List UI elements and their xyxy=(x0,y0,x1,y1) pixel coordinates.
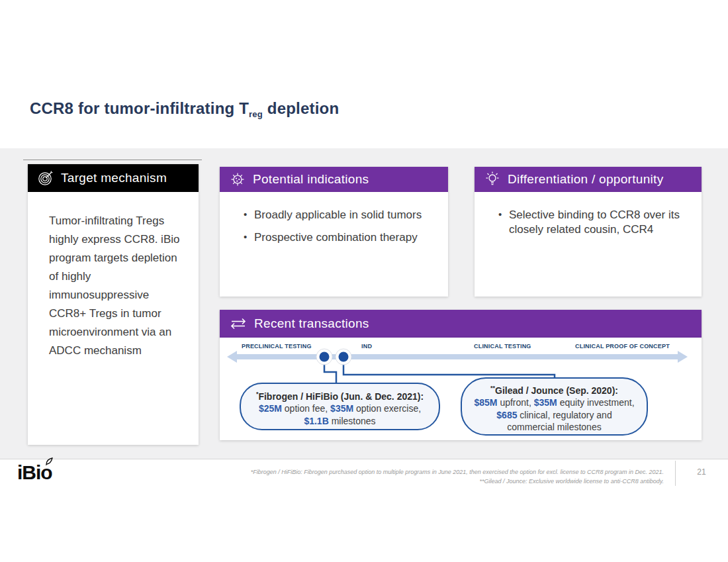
title-text-suffix: depletion xyxy=(263,99,339,117)
transactions-panel: PRECLINICAL TESTING IND CLINICAL TESTING… xyxy=(220,338,702,440)
recent-transactions-label: Recent transactions xyxy=(254,316,369,331)
list-item: Selective binding to CCR8 over its close… xyxy=(498,208,682,238)
deal-title: **Gilead / Jounce (Sep. 2020): xyxy=(462,385,647,397)
deal-callout-gilead: **Gilead / Jounce (Sep. 2020): $85M upfr… xyxy=(461,377,648,436)
page-number: 21 xyxy=(687,467,716,477)
footnote-marker: ** xyxy=(490,385,495,391)
target-mechanism-label: Target mechanism xyxy=(61,171,167,185)
title-subscript: reg xyxy=(249,109,263,119)
deal-terms-line: $1.1B milestones xyxy=(241,415,439,427)
target-mechanism-header: Target mechanism xyxy=(28,164,199,192)
swap-arrows-icon xyxy=(229,316,248,332)
list-item: Broadly applicable in solid tumors xyxy=(244,208,428,222)
target-icon xyxy=(37,169,54,187)
differentiation-label: Differentiation / opportunity xyxy=(508,172,663,187)
milestone-dot xyxy=(320,352,330,362)
leaf-icon xyxy=(44,457,54,466)
deal-terms-line: $685 clinical, regulatory and xyxy=(462,409,647,421)
differentiation-header: Differentiation / opportunity xyxy=(475,167,702,192)
deal-terms-line: $85M upfront, $35M equity investment, xyxy=(462,397,647,408)
deal-terms-line: $25M option fee, $35M option exercise, xyxy=(241,402,439,414)
target-mechanism-card: Tumor-infiltrating Tregs highly express … xyxy=(28,192,199,445)
footnotes: *Fibrogen / HiFiBio: Fibrogen purchased … xyxy=(134,468,664,487)
slide: CCR8 for tumor-infiltrating Treg depleti… xyxy=(0,0,728,562)
potential-indications-header: Potential indications xyxy=(220,167,448,192)
cell-icon xyxy=(229,171,246,188)
page-title: CCR8 for tumor-infiltrating Treg depleti… xyxy=(30,99,339,118)
differentiation-card: Selective binding to CCR8 over its close… xyxy=(475,192,702,297)
lightbulb-icon xyxy=(484,171,501,188)
ibio-logo: iBio xyxy=(17,461,77,488)
target-mechanism-text: Tumor-infiltrating Tregs highly express … xyxy=(28,192,199,360)
divider-line xyxy=(23,160,202,160)
milestone-dot xyxy=(339,352,349,362)
potential-indications-list: Broadly applicable in solid tumors Prosp… xyxy=(220,192,448,246)
potential-indications-card: Broadly applicable in solid tumors Prosp… xyxy=(220,192,448,297)
title-text: CCR8 for tumor-infiltrating T xyxy=(30,99,249,117)
deal-terms-line: commercial milestones xyxy=(462,421,647,433)
deal-title: *Fibrogen / HiFiBio (Jun. & Dec. 2021): xyxy=(241,391,439,402)
footnote-line: *Fibrogen / HiFiBio: Fibrogen purchased … xyxy=(134,468,664,477)
differentiation-list: Selective binding to CCR8 over its close… xyxy=(475,192,702,238)
potential-indications-label: Potential indications xyxy=(253,172,369,187)
deal-callout-fibrogen: *Fibrogen / HiFiBio (Jun. & Dec. 2021): … xyxy=(240,383,440,430)
recent-transactions-header: Recent transactions xyxy=(220,310,702,338)
page-number-divider xyxy=(675,461,676,486)
list-item: Prospective combination therapy xyxy=(244,230,428,245)
footer-divider xyxy=(0,459,728,459)
footnote-line: **Gilead / Jounce: Exclusive worldwide l… xyxy=(134,477,664,487)
